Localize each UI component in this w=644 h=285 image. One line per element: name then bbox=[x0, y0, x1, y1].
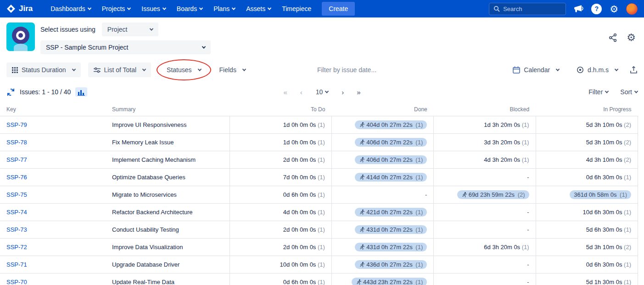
column-header-inprogress: In Progress bbox=[536, 103, 638, 116]
duration-cell-inprogress: 0d 6h 30m 0s (1) bbox=[536, 256, 638, 274]
avatar[interactable] bbox=[626, 3, 638, 15]
chevron-down-icon bbox=[325, 89, 329, 93]
list-of-total-dropdown[interactable]: List of Total bbox=[88, 63, 151, 77]
duration-cell-inprogress: 5d 1h 30m 0s (1) bbox=[536, 274, 638, 285]
export-icon[interactable] bbox=[630, 66, 638, 74]
issue-date-filter-input[interactable] bbox=[317, 66, 409, 74]
next-page-button[interactable]: › bbox=[338, 87, 347, 97]
nav-item-issues[interactable]: Issues bbox=[136, 1, 170, 16]
filter-dropdown[interactable]: Filter bbox=[588, 88, 608, 96]
issue-key-link[interactable]: SSP-79 bbox=[6, 121, 27, 128]
timepiece-app-icon bbox=[6, 23, 35, 51]
runner-icon bbox=[359, 262, 365, 268]
target-icon bbox=[577, 66, 584, 74]
sort-dropdown[interactable]: Sort bbox=[620, 88, 638, 96]
issue-key-link[interactable]: SSP-74 bbox=[6, 209, 27, 216]
calendar-dropdown[interactable]: Calendar bbox=[507, 63, 565, 77]
duration-cell-todo: 2d 0h 0m 0s (1) bbox=[230, 221, 331, 239]
runner-icon bbox=[359, 122, 365, 128]
table-row: SSP-70Update Real-Time Data0d 6h 0m 0s (… bbox=[0, 274, 638, 285]
issues-count-label: Issues: 1 - 10 / 40 bbox=[20, 88, 71, 96]
pagination-bar: Issues: 1 - 10 / 40 « ‹ 10 › » Filter So… bbox=[0, 81, 644, 102]
chevron-down-icon bbox=[127, 6, 131, 10]
fields-dropdown[interactable]: Fields bbox=[214, 63, 251, 77]
duration-cell-blocked: 4d 3h 20m 0s (1) bbox=[434, 151, 536, 169]
status-duration-dropdown[interactable]: Status Duration bbox=[6, 63, 81, 77]
table-row: SSP-72Improve Data Visualization2d 0h 0m… bbox=[0, 239, 638, 256]
nav-item-timepiece[interactable]: Timepiece bbox=[277, 1, 316, 16]
duration-cell-blocked: 3d 3h 20m 0s (1) bbox=[434, 134, 536, 151]
chevron-down-icon bbox=[162, 6, 166, 10]
nav-item-boards[interactable]: Boards bbox=[172, 1, 207, 16]
issue-summary: Implement Caching Mechanism bbox=[106, 151, 230, 169]
nav-item-projects[interactable]: Projects bbox=[97, 1, 136, 16]
runner-icon bbox=[359, 174, 365, 180]
search-input[interactable] bbox=[503, 6, 554, 12]
runner-icon bbox=[359, 157, 365, 163]
duration-cell-blocked: 1d 3h 20m 0s (1) bbox=[434, 116, 536, 134]
project-dropdown[interactable]: SSP - Sample Scrum Project bbox=[40, 40, 211, 54]
chevron-down-icon bbox=[197, 67, 201, 71]
issue-key-link[interactable]: SSP-75 bbox=[6, 191, 27, 198]
chevron-down-icon bbox=[199, 6, 203, 10]
announcements-icon[interactable] bbox=[574, 5, 583, 13]
report-header: Select issues using Project SSP - Sample… bbox=[0, 17, 644, 54]
jira-logo[interactable]: Jira bbox=[6, 4, 33, 13]
duration-cell-inprogress: 5d 6h 30m 0s (1) bbox=[536, 221, 638, 239]
table-row: SSP-78Fix Memory Leak Issue1d 0h 0m 0s (… bbox=[0, 134, 638, 151]
column-header-summary: Summary bbox=[106, 103, 230, 116]
table-row: SSP-73Conduct Usability Testing2d 0h 0m … bbox=[0, 221, 638, 239]
chevron-down-icon bbox=[242, 67, 246, 71]
nav-item-dashboards[interactable]: Dashboards bbox=[45, 1, 96, 16]
duration-cell-done: 443d 23h 27m 22s (1) bbox=[331, 274, 433, 285]
chevron-down-icon bbox=[232, 6, 235, 10]
issue-key-link[interactable]: SSP-73 bbox=[6, 226, 27, 233]
chart-toggle-button[interactable] bbox=[75, 87, 87, 97]
duration-cell-inprogress: 361d 0h 58m 0s (1) bbox=[536, 186, 638, 204]
duration-cell-done: 431d 0h 27m 22s (1) bbox=[331, 221, 433, 239]
table-row: SSP-75Migrate to Microservices0d 6h 0m 0… bbox=[0, 186, 638, 204]
duration-cell-done: 406d 0h 27m 22s (1) bbox=[331, 151, 433, 169]
chevron-down-icon bbox=[202, 45, 206, 48]
issue-key-link[interactable]: SSP-76 bbox=[6, 174, 27, 181]
create-button[interactable]: Create bbox=[322, 2, 355, 16]
issue-key-link[interactable]: SSP-77 bbox=[6, 156, 27, 163]
global-search[interactable] bbox=[489, 3, 566, 15]
refresh-icon[interactable] bbox=[6, 88, 15, 97]
help-icon[interactable]: ? bbox=[591, 4, 602, 14]
issue-key-link[interactable]: SSP-70 bbox=[6, 279, 27, 285]
chevron-down-icon bbox=[150, 27, 153, 30]
table-row: SSP-71Upgrade Database Driver10d 0h 0m 0… bbox=[0, 256, 638, 274]
share-icon[interactable] bbox=[608, 33, 617, 42]
jira-logo-icon bbox=[6, 4, 16, 13]
chevron-down-icon bbox=[268, 6, 271, 10]
gear-icon[interactable]: ⚙ bbox=[610, 4, 618, 14]
issue-summary: Refactor Backend Architecture bbox=[106, 204, 230, 221]
issue-source-dropdown[interactable]: Project bbox=[102, 23, 158, 36]
issue-summary: Optimize Database Queries bbox=[106, 169, 230, 186]
report-toolbar: Status Duration List of Total Statuses F… bbox=[0, 54, 644, 81]
issue-key-link[interactable]: SSP-72 bbox=[6, 244, 27, 251]
issue-key-link[interactable]: SSP-71 bbox=[6, 261, 27, 268]
column-header-done: Done bbox=[331, 103, 433, 116]
prev-page-button[interactable]: ‹ bbox=[297, 87, 306, 97]
issue-summary: Upgrade Database Driver bbox=[106, 256, 230, 274]
units-dropdown[interactable]: d.h.m.s bbox=[571, 63, 623, 77]
statuses-dropdown[interactable]: Statuses bbox=[161, 63, 206, 77]
chevron-down-icon bbox=[605, 89, 609, 93]
page-size-dropdown[interactable]: 10 bbox=[312, 86, 332, 97]
issue-summary: Update Real-Time Data bbox=[106, 274, 230, 285]
grid-icon bbox=[12, 67, 18, 73]
nav-item-plans[interactable]: Plans bbox=[208, 1, 240, 16]
chevron-down-icon bbox=[142, 67, 146, 71]
select-issues-label: Select issues using bbox=[40, 26, 95, 33]
nav-item-assets[interactable]: Assets bbox=[241, 1, 276, 16]
last-page-button[interactable]: » bbox=[353, 87, 364, 97]
duration-cell-inprogress: 5d 3h 10m 0s (2) bbox=[536, 134, 638, 151]
issue-table-body: SSP-79Improve UI Responsiveness1d 0h 0m … bbox=[0, 116, 638, 285]
issue-key-link[interactable]: SSP-78 bbox=[6, 139, 27, 146]
settings-gear-icon[interactable]: ⚙ bbox=[627, 33, 636, 43]
first-page-button[interactable]: « bbox=[280, 87, 290, 97]
table-header-row: Key Summary To Do Done Blocked In Progre… bbox=[0, 103, 638, 116]
duration-cell-done: - bbox=[331, 186, 433, 204]
